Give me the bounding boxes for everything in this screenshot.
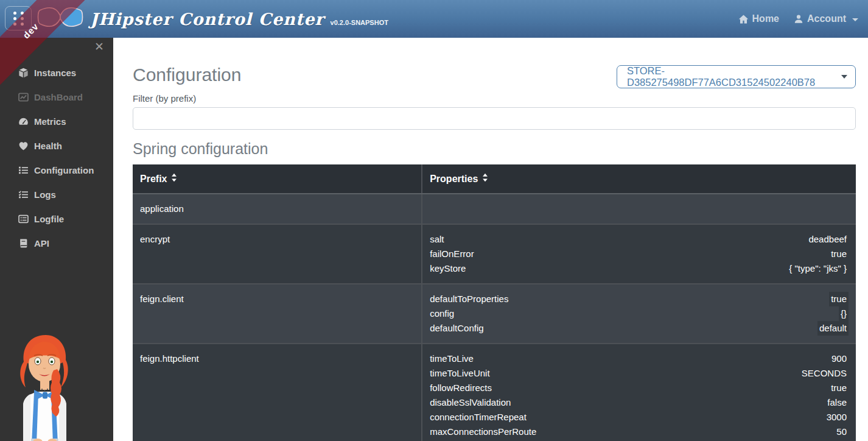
grip-icon	[13, 12, 24, 26]
book-icon	[18, 238, 29, 249]
properties-cell	[422, 194, 856, 224]
gauge-icon	[18, 116, 29, 127]
property-value: SECONDS	[800, 366, 849, 381]
property-key: disableSslValidation	[430, 395, 511, 410]
sidebar-item-instances[interactable]: Instances	[0, 60, 113, 85]
column-header-properties[interactable]: Properties	[422, 164, 856, 194]
table-row: feign.clientdefaultToPropertiestrueconfi…	[133, 284, 856, 344]
heart-icon	[18, 141, 29, 151]
sort-icon	[482, 173, 488, 185]
sidebar-item-configuration[interactable]: Configuration	[0, 158, 113, 182]
property-key: salt	[430, 232, 444, 247]
brand-version: v0.2.0-SNAPSHOT	[331, 19, 388, 26]
spring-configuration-table: PrefixProperties applicationencryptsaltd…	[133, 164, 856, 441]
tasks-icon	[18, 189, 29, 200]
cube-icon	[18, 68, 29, 78]
sidebar-item-health[interactable]: Health	[0, 133, 113, 158]
table-head: PrefixProperties	[133, 164, 856, 194]
jhipster-control-center-app: JHipster Control Center v0.2.0-SNAPSHOT …	[0, 0, 868, 441]
property-value: 50	[835, 425, 849, 439]
prefix-cell: application	[133, 194, 422, 224]
nav-home-label: Home	[752, 13, 779, 24]
property-value: true	[829, 247, 849, 261]
prefix-cell: feign.client	[133, 284, 422, 344]
property-key: failOnError	[430, 247, 474, 261]
filter-input[interactable]	[133, 107, 856, 130]
property-key: followRedirects	[430, 381, 492, 395]
property-key: config	[430, 306, 454, 321]
prefix-cell: encrypt	[133, 224, 422, 284]
jhipster-bowtie-logo-icon	[35, 1, 85, 33]
instance-select[interactable]: STORE-D385275498DF77A6CD31524502240B78	[617, 65, 856, 88]
sidebar-item-logfile[interactable]: Logfile	[0, 206, 113, 231]
table-body: applicationencryptsaltdeadbeeffailOnErro…	[133, 194, 856, 441]
main-content: Configuration STORE-D385275498DF77A6CD31…	[113, 38, 868, 441]
column-header-prefix[interactable]: Prefix	[133, 164, 422, 194]
top-navbar: JHipster Control Center v0.2.0-SNAPSHOT …	[0, 0, 868, 38]
sidebar-item-metrics[interactable]: Metrics	[0, 109, 113, 133]
sidebar: ✕ Instances DashBoard Metrics Health Con…	[0, 38, 113, 441]
nav-home-link[interactable]: Home	[738, 13, 779, 24]
property-key: maxConnectionsPerRoute	[430, 425, 536, 439]
user-icon	[794, 14, 803, 24]
sidebar-item-dashboard[interactable]: DashBoard	[0, 85, 113, 109]
property-value: true	[829, 292, 849, 306]
property-value: false	[825, 395, 849, 410]
listalt-icon	[18, 214, 29, 224]
property-key: keyStore	[430, 261, 466, 276]
property-value: 900	[830, 351, 849, 366]
properties-cell: timeToLive900timeToLiveUnitSECONDSfollow…	[422, 344, 856, 441]
property-key: defaultConfig	[430, 321, 483, 336]
property-value: default	[817, 321, 849, 336]
nav-account-label: Account	[807, 13, 846, 24]
select-caret-icon	[841, 75, 847, 79]
filter-label: Filter (by prefix)	[133, 93, 856, 104]
properties-cell: defaultToPropertiestrueconfig{}defaultCo…	[422, 284, 856, 344]
chevron-down-icon	[852, 18, 858, 21]
nav-account-menu[interactable]: Account	[794, 13, 858, 24]
property-value: true	[829, 381, 849, 395]
instance-select-value: STORE-D385275498DF77A6CD31524502240B78	[627, 65, 841, 88]
sidebar-item-logs[interactable]: Logs	[0, 182, 113, 206]
home-icon	[738, 14, 749, 24]
sort-icon	[171, 173, 177, 185]
brand-home-link[interactable]: JHipster Control Center v0.2.0-SNAPSHOT	[35, 1, 388, 33]
jhipster-mascot-illustration	[10, 333, 82, 441]
table-row: feign.httpclienttimeToLive900timeToLiveU…	[133, 344, 856, 441]
chart-icon	[18, 92, 29, 102]
sidebar-close-icon[interactable]: ✕	[94, 41, 104, 52]
sidebar-item-api[interactable]: API	[0, 231, 113, 255]
property-value: 3000	[825, 410, 849, 425]
brand-title: JHipster Control Center	[90, 10, 324, 29]
property-key: connectionTimerRepeat	[430, 410, 527, 425]
table-row: encryptsaltdeadbeeffailOnErrortruekeySto…	[133, 224, 856, 284]
property-value: deadbeef	[807, 232, 849, 247]
property-value: {}	[839, 306, 849, 321]
sidebar-menu: Instances DashBoard Metrics Health Confi…	[0, 60, 113, 255]
prefix-cell: feign.httpclient	[133, 344, 422, 441]
list-icon	[18, 165, 29, 175]
grip-menu-button[interactable]	[5, 6, 32, 30]
property-key: defaultToProperties	[430, 292, 508, 306]
property-value: { "type": "jks" }	[787, 261, 849, 276]
table-row: application	[133, 194, 856, 224]
properties-cell: saltdeadbeeffailOnErrortruekeyStore{ "ty…	[422, 224, 856, 284]
property-key: timeToLive	[430, 351, 474, 366]
section-title: Spring configuration	[133, 140, 856, 158]
property-key: timeToLiveUnit	[430, 366, 489, 381]
